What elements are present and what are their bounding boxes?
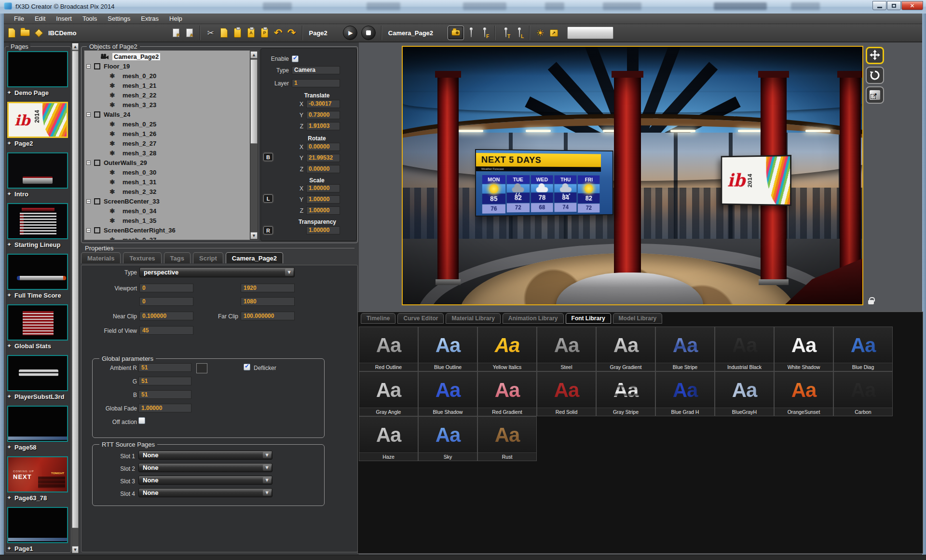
tree-row[interactable]: ✱mesh_1_26 [84, 129, 258, 138]
font-item[interactable]: AaWhite Shadow [774, 327, 833, 371]
font-item[interactable]: AaRed Gradient [477, 371, 537, 416]
redo-button[interactable]: ↷ [285, 26, 299, 40]
page-thumbnail[interactable]: ib 2014 [7, 102, 68, 138]
slot1-dropdown[interactable]: None▼ [138, 451, 272, 460]
font-item[interactable]: AaRed Outline [359, 327, 418, 371]
page-name[interactable]: Intro [14, 191, 28, 198]
camera-type-dropdown[interactable]: perspective▼ [139, 267, 295, 277]
object-tree-scrollbar[interactable]: ▲ ▼ [250, 51, 258, 240]
pin-t-tool-button[interactable]: T [499, 26, 512, 40]
rotate-tool-button[interactable] [866, 67, 884, 84]
font-item[interactable]: AaHaze [359, 416, 418, 461]
tree-row[interactable]: ✱mesh_0_34 [84, 206, 258, 216]
menu-insert[interactable]: Insert [51, 14, 77, 23]
tab-material-library[interactable]: Material Library [446, 313, 500, 324]
tree-label[interactable]: OuterWalls_29 [104, 159, 147, 166]
tree-row[interactable]: ✱mesh_3_28 [84, 148, 258, 158]
translate-x-field[interactable]: -0.30017 [306, 100, 340, 108]
tree-row[interactable]: −Floor_19 [84, 61, 258, 71]
tree-row[interactable]: −ScreenBCenterRight_36 [84, 225, 258, 235]
move-tool-button[interactable] [866, 47, 884, 64]
page-thumbnail[interactable] [7, 355, 68, 391]
scale-y-field[interactable]: 1.00000 [306, 195, 340, 204]
page-name[interactable]: Full Time Score [14, 292, 61, 299]
chevron-down-icon[interactable]: ▼ [263, 452, 271, 458]
tree-row[interactable]: ✱mesh_3_23 [84, 100, 258, 109]
expander-icon[interactable]: − [86, 64, 91, 68]
tab-animation-library[interactable]: Animation Library [503, 313, 564, 324]
pin-f-tool-button[interactable]: F [477, 26, 491, 40]
tree-row[interactable]: ✱mesh_1_35 [84, 216, 258, 225]
stop-button[interactable] [361, 26, 376, 40]
chevron-down-icon[interactable]: ▼ [263, 490, 271, 496]
chevron-down-icon[interactable]: ▼ [263, 464, 271, 471]
rotate-z-field[interactable]: 0.00000 [306, 165, 340, 173]
tree-label[interactable]: mesh_1_26 [123, 130, 156, 137]
tree-row[interactable]: −ScreenBCenter_33 [84, 196, 258, 206]
tree-label[interactable]: mesh_0_20 [123, 72, 156, 80]
tree-label[interactable]: Camera_Page2 [112, 53, 160, 60]
tree-row[interactable]: ✱mesh_1_31 [84, 177, 258, 187]
tree-label[interactable]: mesh_2_32 [123, 188, 156, 195]
tab-font-library[interactable]: Font Library [566, 313, 611, 324]
off-action-checkbox[interactable] [138, 417, 145, 424]
tab-tags[interactable]: Tags [164, 252, 191, 263]
expander-icon[interactable]: − [86, 199, 91, 204]
viewport-height-field[interactable]: 1080 [241, 297, 295, 306]
viewport-lock-icon[interactable] [868, 300, 874, 304]
layer-field[interactable]: 1 [292, 79, 340, 87]
page-star-icon[interactable]: ✦ [7, 494, 12, 501]
object-checkbox[interactable] [94, 160, 100, 166]
tab-timeline[interactable]: Timeline [361, 313, 395, 324]
menu-extras[interactable]: Extras [136, 14, 164, 23]
tree-label[interactable]: mesh_1_35 [123, 217, 156, 224]
tree-label[interactable]: mesh_3_28 [123, 150, 156, 157]
menu-settings[interactable]: Settings [102, 14, 136, 23]
tree-label[interactable]: mesh_1_21 [123, 82, 156, 89]
scroll-up-button[interactable]: ▲ [250, 51, 258, 58]
page-thumbnail[interactable] [7, 406, 68, 442]
tree-label[interactable]: mesh_2_27 [123, 140, 156, 147]
page-thumbnail[interactable]: COMING UP NEXT TONIGHT [7, 456, 68, 492]
scale-tool-button[interactable]: ↗ [866, 86, 884, 104]
object-checkbox[interactable] [94, 111, 100, 118]
font-item[interactable]: AaSteel [537, 327, 596, 371]
page-name[interactable]: PlayerSubstL3rd [14, 393, 64, 400]
font-item[interactable]: AaGray Gradient [596, 327, 655, 371]
page-star-icon[interactable]: ✦ [7, 393, 12, 400]
tree-row[interactable]: ✱mesh_0_37 [84, 235, 258, 240]
font-item[interactable]: AaGray Stripe [596, 371, 655, 416]
paste-properties-button[interactable]: P [258, 26, 272, 40]
object-tree[interactable]: Camera_Page2 −Floor_19 ✱mesh_0_20 ✱mesh_… [84, 50, 259, 240]
page-name[interactable]: Demo Page [14, 89, 49, 96]
tree-row[interactable]: ✱mesh_2_22 [84, 90, 258, 100]
scroll-down-button[interactable]: ▼ [72, 546, 79, 553]
tree-label[interactable]: mesh_0_30 [123, 169, 156, 176]
page-name[interactable]: Page58 [14, 444, 37, 451]
font-item[interactable]: AaYellow Italics [477, 327, 537, 371]
tree-label[interactable]: mesh_3_23 [123, 101, 156, 109]
page-star-icon[interactable]: ✦ [7, 342, 12, 349]
font-item[interactable]: AaBlue Outline [418, 327, 477, 371]
tree-label[interactable]: mesh_0_34 [123, 207, 156, 215]
scrollbar-thumb[interactable] [250, 59, 258, 144]
type-field[interactable]: Camera [292, 66, 340, 74]
enable-checkbox[interactable] [292, 55, 299, 62]
object-checkbox[interactable] [94, 227, 100, 233]
tree-row[interactable]: ✱mesh_0_25 [84, 119, 258, 129]
new-page-p-button[interactable]: P [169, 26, 183, 40]
font-item[interactable]: AaOrangeSunset [774, 371, 833, 416]
tree-row[interactable]: ✱mesh_0_20 [84, 71, 258, 81]
menu-help[interactable]: Help [164, 14, 188, 23]
pin-tool-button[interactable] [464, 26, 477, 40]
minimize-button[interactable] [872, 1, 886, 10]
rotate-y-field[interactable]: 21.99532 [306, 154, 340, 162]
scroll-up-button[interactable]: ▲ [72, 43, 79, 50]
page-star-icon[interactable]: ✦ [7, 444, 12, 451]
new-page-a-button[interactable]: A [183, 26, 196, 40]
rotate-x-field[interactable]: 0.00000 [306, 143, 340, 151]
viewport-3d-scene[interactable]: NEXT 5 DAYS Weather Forecast MON 85 76 T… [403, 47, 862, 304]
font-item[interactable]: AaBlue Stripe [655, 327, 715, 371]
tree-row[interactable]: ✱mesh_0_30 [84, 167, 258, 177]
tree-label[interactable]: mesh_2_22 [123, 92, 156, 99]
